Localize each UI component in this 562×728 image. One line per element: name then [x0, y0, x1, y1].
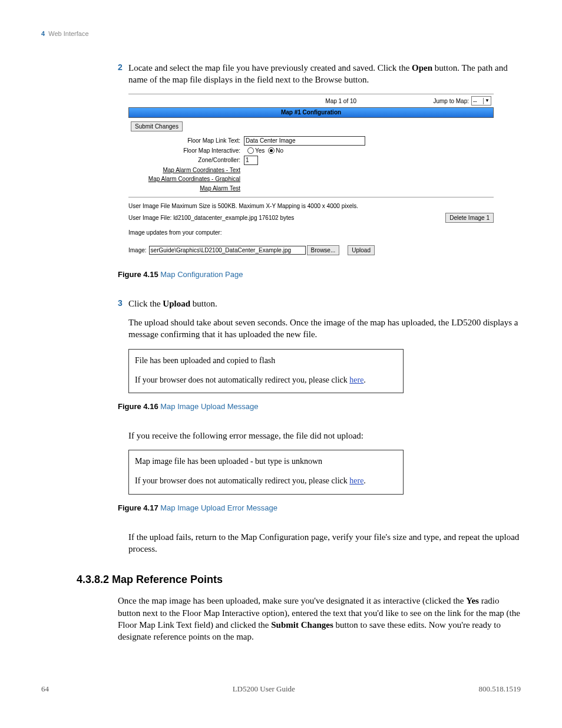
step-3-para: The upload should take about seven secon…	[128, 317, 521, 341]
chapter-title: Web Interface	[48, 30, 88, 37]
delete-image-button[interactable]: Delete Image 1	[445, 213, 494, 223]
submit-changes-button[interactable]: Submit Changes	[131, 121, 183, 132]
browse-button[interactable]: Browse...	[307, 245, 340, 256]
jump-to-map-select[interactable]: -- ▼	[471, 96, 491, 106]
step-2: 2 Locate and select the map file you hav…	[118, 62, 521, 86]
coord-graphical-link[interactable]: Map Alarm Coordinates - Graphical	[128, 175, 244, 183]
interactive-yes-radio[interactable]	[247, 147, 254, 154]
interactive-label: Floor Map Interactive:	[128, 147, 244, 155]
config-title-band: Map #1 Configuration	[128, 107, 494, 118]
link-text-label: Floor Map Link Text:	[128, 137, 244, 145]
figure-4-16-caption: Figure 4.16 Map Image Upload Message	[118, 401, 521, 412]
interactive-no-radio[interactable]	[268, 147, 275, 154]
link-text-input[interactable]: Data Center Image	[244, 136, 365, 146]
retry-para: If the upload fails, return to the Map C…	[128, 531, 521, 555]
chapter-number: 4	[41, 30, 45, 37]
heading-4-3-8-2: 4.3.8.2 Map Reference Points	[77, 572, 521, 587]
image-path-input[interactable]: serGuide\Graphics\LD2100_DataCenter_Exam…	[149, 246, 306, 255]
zone-label: Zone/Controller:	[128, 156, 244, 164]
step-3: 3 Click the Upload button.	[118, 298, 521, 309]
redirect-here-link[interactable]: here	[349, 375, 363, 384]
chevron-down-icon: ▼	[483, 98, 490, 104]
redirect-here-link[interactable]: here	[349, 476, 363, 485]
step-text: Locate and select the map file you have …	[128, 62, 521, 86]
upload-error-message: Map image file has been uploaded - but t…	[128, 450, 404, 495]
coord-text-link[interactable]: Map Alarm Coordinates - Text	[128, 166, 244, 174]
jump-to-map-label: Jump to Map:	[433, 97, 469, 106]
map-count-label: Map 1 of 10	[325, 97, 356, 106]
zone-input[interactable]: 1	[244, 156, 258, 165]
step-text: Click the Upload button.	[128, 298, 521, 309]
figure-4-15-caption: Figure 4.15 Map Configuration Page	[118, 269, 521, 280]
page-number: 64	[41, 684, 49, 694]
phone-number: 800.518.1519	[479, 684, 521, 694]
upload-word: Upload	[163, 299, 190, 308]
error-intro-para: If you receive the following error messa…	[128, 430, 521, 442]
refpoints-paragraph: Once the map image has been uploaded, ma…	[118, 595, 521, 643]
step-number: 2	[118, 62, 128, 86]
step-number: 3	[118, 298, 128, 309]
alarm-test-link[interactable]: Map Alarm Test	[128, 185, 244, 193]
doc-title: LD5200 User Guide	[233, 684, 295, 694]
updates-label: Image updates from your computer:	[128, 229, 494, 237]
page-footer: 64 LD5200 User Guide 800.518.1519	[41, 684, 521, 694]
map-config-screenshot: Map 1 of 10 Jump to Map: -- ▼ Map #1 Con…	[128, 94, 494, 261]
user-image-file: User Image File: ld2100_datacenter_examp…	[128, 214, 294, 222]
upload-button[interactable]: Upload	[348, 245, 375, 256]
upload-success-message: File has been uploaded and copied to fla…	[128, 349, 404, 394]
page-header: 4 Web Interface	[41, 29, 521, 38]
max-size-note: User Image File Maximum Size is 500KB. M…	[128, 202, 494, 210]
figure-4-17-caption: Figure 4.17 Map Image Upload Error Messa…	[118, 503, 521, 513]
open-word: Open	[412, 63, 432, 73]
image-field-label: Image:	[128, 246, 147, 255]
